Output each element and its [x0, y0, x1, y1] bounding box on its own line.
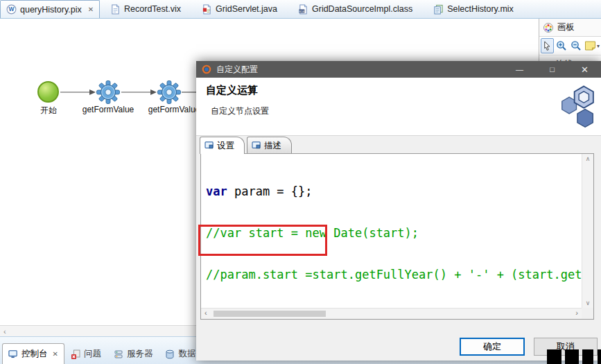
- scroll-up-icon[interactable]: ∧: [582, 155, 593, 162]
- mix-file-icon: [433, 4, 444, 15]
- redaction-block: [565, 349, 579, 364]
- redaction-block: [582, 349, 593, 364]
- getformvalue-node-1[interactable]: [96, 80, 120, 104]
- database-icon: [165, 349, 175, 359]
- close-tab-icon[interactable]: ✕: [53, 350, 58, 358]
- settings-tab-icon: [204, 141, 214, 150]
- hexagon-logo-icon: [561, 82, 595, 129]
- zoom-out-button[interactable]: [570, 38, 583, 53]
- start-node-label: 开始: [36, 105, 61, 116]
- custom-config-dialog: 自定义配置 — □ ✕ 自定义运算 自定义节点设置: [196, 61, 601, 361]
- svg-text:W: W: [9, 6, 15, 12]
- tab-console[interactable]: 控制台 ✕: [2, 343, 64, 364]
- dialog-title: 自定义配置: [216, 64, 258, 76]
- class-file-icon: 010: [298, 4, 308, 15]
- java-file-icon: [202, 4, 212, 15]
- tab-servers[interactable]: 服务器: [107, 344, 159, 364]
- scroll-left-icon[interactable]: ‹: [204, 309, 207, 317]
- dialog-app-icon: [202, 64, 211, 74]
- scrollbar-corner: [582, 308, 593, 319]
- tab-description[interactable]: 描述: [247, 137, 292, 154]
- note-dropdown-icon[interactable]: ▾: [597, 43, 600, 49]
- problems-icon: [71, 349, 80, 359]
- tab-label: GridServlet.java: [216, 4, 277, 14]
- start-node[interactable]: [37, 81, 59, 103]
- console-icon: [8, 349, 18, 359]
- close-icon[interactable]: ✕: [568, 61, 601, 78]
- scroll-left-icon[interactable]: ‹: [3, 327, 6, 336]
- tab-label: 描述: [264, 140, 281, 152]
- dialog-titlebar: 自定义配置 — □ ✕: [196, 61, 601, 78]
- dialog-tab-bar: 设置 描述: [200, 137, 294, 154]
- ok-button[interactable]: 确定: [460, 338, 525, 356]
- tab-label: queryHistory.pix: [20, 5, 82, 15]
- tab-label: SelectHistory.mix: [447, 4, 514, 14]
- tab-label: RecordTest.vix: [124, 4, 181, 14]
- redaction-block: [547, 349, 561, 364]
- svg-text:010: 010: [299, 9, 305, 12]
- minimize-icon[interactable]: —: [503, 61, 536, 78]
- script-editor-panel: var param = {}; //var start = new Date(s…: [200, 153, 594, 320]
- palette-title: 画板: [557, 21, 575, 33]
- window-controls: — □ ✕: [503, 61, 601, 78]
- tab-label: 设置: [217, 140, 234, 152]
- zoom-in-icon: [556, 40, 567, 51]
- tab-recordtest-vix[interactable]: RecordTest.vix: [100, 0, 191, 18]
- editor-vscrollbar[interactable]: ∧ ∨: [582, 154, 593, 308]
- dialog-heading: 自定义运算: [206, 84, 258, 97]
- code-line: //param.start =start.getFullYear() + '-'…: [206, 268, 582, 281]
- getformvalue-node-1-label: getFormValue: [70, 105, 146, 114]
- palette-header: 画板: [539, 19, 601, 37]
- tab-label: 问题: [84, 348, 101, 360]
- redaction-block: [598, 349, 601, 364]
- zoom-out-icon: [570, 40, 582, 51]
- scroll-right-icon[interactable]: ›: [575, 309, 578, 317]
- tab-selecthistory-mix[interactable]: SelectHistory.mix: [423, 0, 524, 18]
- scrollbar-thumb[interactable]: [214, 311, 326, 317]
- tab-gridservlet-java[interactable]: GridServlet.java: [191, 0, 288, 18]
- dialog-subheading: 自定义节点设置: [211, 105, 269, 117]
- tab-label: 服务器: [127, 348, 153, 360]
- scroll-down-icon[interactable]: ∨: [582, 300, 593, 306]
- tab-settings[interactable]: 设置: [200, 137, 245, 154]
- tab-problems[interactable]: 问题: [64, 344, 107, 364]
- code-line: //var start = new Date(start);: [206, 226, 582, 240]
- description-tab-icon: [252, 141, 261, 150]
- note-tool-button[interactable]: [584, 38, 597, 53]
- code-line: var param = {};: [206, 184, 582, 198]
- cursor-icon: [542, 41, 552, 51]
- getformvalue-node-2[interactable]: [157, 80, 181, 104]
- tab-label: GridDataSourceImpl.class: [312, 4, 412, 14]
- zoom-in-button[interactable]: [555, 38, 568, 53]
- vix-file-icon: [110, 4, 121, 15]
- maximize-icon[interactable]: □: [536, 61, 568, 78]
- note-icon: [584, 41, 596, 51]
- editor-hscrollbar[interactable]: ‹ ›: [201, 308, 582, 319]
- dialog-header: 自定义运算 自定义节点设置: [196, 78, 601, 136]
- palette-icon: [543, 22, 554, 33]
- select-tool-button[interactable]: [541, 38, 554, 53]
- tab-griddatasourceimpl-class[interactable]: 010 GridDataSourceImpl.class: [288, 0, 423, 18]
- close-tab-icon[interactable]: ✕: [88, 6, 94, 13]
- tab-queryhistory-pix[interactable]: W queryHistory.pix ✕: [0, 0, 100, 18]
- servers-icon: [114, 349, 123, 359]
- palette-toolbar: ▾: [539, 37, 601, 55]
- tab-label: 控制台: [21, 348, 48, 360]
- pix-file-icon: W: [6, 4, 17, 15]
- code-editor[interactable]: var param = {}; //var start = new Date(s…: [201, 154, 582, 308]
- editor-tab-bar: W queryHistory.pix ✕ RecordTest.vix Grid…: [0, 0, 601, 19]
